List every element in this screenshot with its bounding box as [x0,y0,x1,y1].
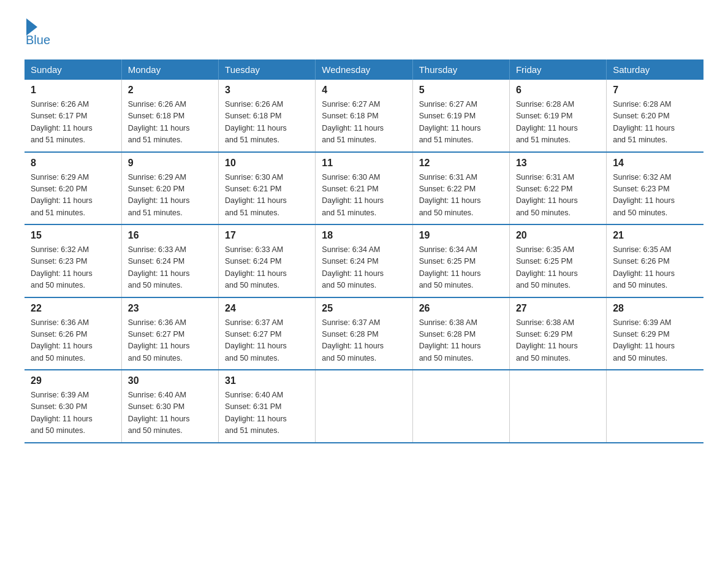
day-info: Sunrise: 6:26 AMSunset: 6:18 PMDaylight:… [128,99,212,147]
day-info: Sunrise: 6:36 AMSunset: 6:26 PMDaylight:… [31,317,115,365]
calendar-cell: 2Sunrise: 6:26 AMSunset: 6:18 PMDaylight… [121,80,218,152]
day-number: 19 [419,230,503,241]
week-row-1: 1Sunrise: 6:26 AMSunset: 6:17 PMDaylight… [25,80,703,152]
day-number: 4 [322,85,406,96]
day-info: Sunrise: 6:28 AMSunset: 6:19 PMDaylight:… [516,99,600,147]
calendar-cell: 22Sunrise: 6:36 AMSunset: 6:26 PMDayligh… [25,297,121,370]
day-number: 28 [613,303,697,314]
day-info: Sunrise: 6:34 AMSunset: 6:24 PMDaylight:… [322,244,406,292]
calendar-table: SundayMondayTuesdayWednesdayThursdayFrid… [25,59,703,443]
week-row-2: 8Sunrise: 6:29 AMSunset: 6:20 PMDaylight… [25,152,703,225]
calendar-cell [316,370,412,443]
calendar-cell: 5Sunrise: 6:27 AMSunset: 6:19 PMDaylight… [412,80,509,152]
calendar-cell: 18Sunrise: 6:34 AMSunset: 6:24 PMDayligh… [316,224,412,297]
calendar-cell: 10Sunrise: 6:30 AMSunset: 6:21 PMDayligh… [219,152,316,225]
day-info: Sunrise: 6:35 AMSunset: 6:26 PMDaylight:… [613,244,697,292]
day-number: 2 [128,85,212,96]
calendar-cell: 17Sunrise: 6:33 AMSunset: 6:24 PMDayligh… [219,224,316,297]
header-thursday: Thursday [412,59,509,80]
day-number: 20 [516,230,600,241]
calendar-cell: 30Sunrise: 6:40 AMSunset: 6:30 PMDayligh… [121,370,218,443]
calendar-cell: 25Sunrise: 6:37 AMSunset: 6:28 PMDayligh… [316,297,412,370]
day-number: 7 [613,85,697,96]
logo: Blue [25,18,50,47]
day-info: Sunrise: 6:29 AMSunset: 6:20 PMDaylight:… [31,172,115,220]
header-friday: Friday [509,59,606,80]
calendar-cell: 29Sunrise: 6:39 AMSunset: 6:30 PMDayligh… [25,370,121,443]
calendar-cell: 31Sunrise: 6:40 AMSunset: 6:31 PMDayligh… [219,370,316,443]
day-info: Sunrise: 6:28 AMSunset: 6:20 PMDaylight:… [613,99,697,147]
header-tuesday: Tuesday [219,59,316,80]
day-info: Sunrise: 6:38 AMSunset: 6:28 PMDaylight:… [419,317,503,365]
day-number: 9 [128,158,212,169]
calendar-cell: 9Sunrise: 6:29 AMSunset: 6:20 PMDaylight… [121,152,218,225]
day-number: 29 [31,375,115,386]
day-number: 25 [322,303,406,314]
day-number: 5 [419,85,503,96]
day-number: 12 [419,158,503,169]
day-number: 22 [31,303,115,314]
header-saturday: Saturday [607,59,703,80]
day-info: Sunrise: 6:31 AMSunset: 6:22 PMDaylight:… [419,172,503,220]
day-number: 3 [225,85,309,96]
calendar-cell [412,370,509,443]
day-number: 26 [419,303,503,314]
calendar-cell: 3Sunrise: 6:26 AMSunset: 6:18 PMDaylight… [219,80,316,152]
day-number: 23 [128,303,212,314]
calendar-cell [607,370,703,443]
day-number: 10 [225,158,309,169]
header-sunday: Sunday [25,59,121,80]
day-info: Sunrise: 6:30 AMSunset: 6:21 PMDaylight:… [225,172,309,220]
day-info: Sunrise: 6:36 AMSunset: 6:27 PMDaylight:… [128,317,212,365]
calendar-cell: 7Sunrise: 6:28 AMSunset: 6:20 PMDaylight… [607,80,703,152]
day-number: 1 [31,85,115,96]
calendar-cell: 11Sunrise: 6:30 AMSunset: 6:21 PMDayligh… [316,152,412,225]
calendar-cell: 13Sunrise: 6:31 AMSunset: 6:22 PMDayligh… [509,152,606,225]
page-header: Blue [25,18,703,47]
day-info: Sunrise: 6:29 AMSunset: 6:20 PMDaylight:… [128,172,212,220]
logo-subtitle: Blue [26,33,50,47]
day-info: Sunrise: 6:35 AMSunset: 6:25 PMDaylight:… [516,244,600,292]
day-number: 15 [31,230,115,241]
calendar-cell: 24Sunrise: 6:37 AMSunset: 6:27 PMDayligh… [219,297,316,370]
day-info: Sunrise: 6:32 AMSunset: 6:23 PMDaylight:… [613,172,697,220]
day-info: Sunrise: 6:30 AMSunset: 6:21 PMDaylight:… [322,172,406,220]
calendar-cell [509,370,606,443]
day-number: 24 [225,303,309,314]
day-info: Sunrise: 6:39 AMSunset: 6:29 PMDaylight:… [613,317,697,365]
day-info: Sunrise: 6:27 AMSunset: 6:19 PMDaylight:… [419,99,503,147]
day-info: Sunrise: 6:39 AMSunset: 6:30 PMDaylight:… [31,389,115,437]
calendar-cell: 1Sunrise: 6:26 AMSunset: 6:17 PMDaylight… [25,80,121,152]
day-number: 14 [613,158,697,169]
calendar-cell: 4Sunrise: 6:27 AMSunset: 6:18 PMDaylight… [316,80,412,152]
calendar-cell: 14Sunrise: 6:32 AMSunset: 6:23 PMDayligh… [607,152,703,225]
day-number: 11 [322,158,406,169]
day-info: Sunrise: 6:26 AMSunset: 6:17 PMDaylight:… [31,99,115,147]
day-number: 31 [225,375,309,386]
day-info: Sunrise: 6:38 AMSunset: 6:29 PMDaylight:… [516,317,600,365]
day-number: 21 [613,230,697,241]
calendar-cell: 26Sunrise: 6:38 AMSunset: 6:28 PMDayligh… [412,297,509,370]
day-info: Sunrise: 6:33 AMSunset: 6:24 PMDaylight:… [225,244,309,292]
calendar-cell: 8Sunrise: 6:29 AMSunset: 6:20 PMDaylight… [25,152,121,225]
day-info: Sunrise: 6:34 AMSunset: 6:25 PMDaylight:… [419,244,503,292]
day-number: 8 [31,158,115,169]
day-info: Sunrise: 6:26 AMSunset: 6:18 PMDaylight:… [225,99,309,147]
calendar-header-row: SundayMondayTuesdayWednesdayThursdayFrid… [25,59,703,80]
calendar-cell: 20Sunrise: 6:35 AMSunset: 6:25 PMDayligh… [509,224,606,297]
day-number: 16 [128,230,212,241]
calendar-cell: 27Sunrise: 6:38 AMSunset: 6:29 PMDayligh… [509,297,606,370]
day-number: 13 [516,158,600,169]
day-info: Sunrise: 6:37 AMSunset: 6:28 PMDaylight:… [322,317,406,365]
day-number: 27 [516,303,600,314]
day-info: Sunrise: 6:32 AMSunset: 6:23 PMDaylight:… [31,244,115,292]
day-number: 6 [516,85,600,96]
calendar-cell: 12Sunrise: 6:31 AMSunset: 6:22 PMDayligh… [412,152,509,225]
week-row-5: 29Sunrise: 6:39 AMSunset: 6:30 PMDayligh… [25,370,703,443]
calendar-cell: 15Sunrise: 6:32 AMSunset: 6:23 PMDayligh… [25,224,121,297]
calendar-cell: 6Sunrise: 6:28 AMSunset: 6:19 PMDaylight… [509,80,606,152]
day-number: 30 [128,375,212,386]
day-number: 18 [322,230,406,241]
day-info: Sunrise: 6:40 AMSunset: 6:31 PMDaylight:… [225,389,309,437]
header-monday: Monday [121,59,218,80]
